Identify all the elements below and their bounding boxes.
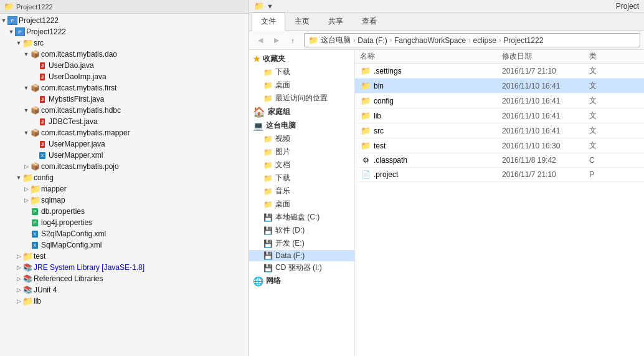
- tab-主页[interactable]: 主页: [285, 12, 319, 31]
- tree-item-root[interactable]: ▼PProject1222: [0, 15, 249, 26]
- nav-favorites-header[interactable]: ★收藏夹: [249, 52, 354, 65]
- tree-item-mapper2[interactable]: ▷📁mapper: [0, 183, 249, 195]
- tree-label-UserMapperXml: UserMapper.xml: [49, 151, 103, 160]
- tree-label-SqlMapConfig: SqlMapConfig.xml: [41, 241, 102, 249]
- content-row-6[interactable]: ⚙ .classpath 2016/11/8 19:42 C: [355, 153, 644, 168]
- nav-label-pc-0: 视频: [275, 133, 290, 144]
- nav-computer-item-9[interactable]: 💾Data (F:): [249, 250, 354, 261]
- tab-共享[interactable]: 共享: [319, 12, 353, 31]
- row-date-5: 2016/11/10 16:30: [502, 142, 589, 150]
- tree-arrow-hdbc: ▼: [22, 107, 30, 114]
- nav-icon-fav-1: 📁: [263, 81, 273, 90]
- header-date[interactable]: 修改日期: [502, 51, 589, 62]
- address-part-3[interactable]: eclipse: [473, 36, 496, 45]
- row-type-1: 文: [589, 80, 639, 91]
- nav-computer-item-4[interactable]: 📁音乐: [249, 185, 354, 198]
- tree-arrow-db: [22, 208, 30, 215]
- nav-label-pc-6: 本地磁盘 (C:): [275, 212, 320, 223]
- address-part-1[interactable]: Data (F:): [358, 36, 387, 45]
- content-row-7[interactable]: 📄 .project 2016/11/7 21:10 P: [355, 168, 644, 182]
- address-part-4[interactable]: Project1222: [503, 36, 543, 45]
- nav-label-pc-3: 下载: [275, 173, 290, 183]
- tree-item-UserMapperXml[interactable]: XUserMapper.xml: [0, 150, 249, 161]
- tree-item-SqlMapConfig[interactable]: XSqlMapConfig.xml: [0, 239, 249, 251]
- network-icon: 🌐: [253, 276, 263, 286]
- tree-label-mapper: com.itcast.mybatis.mapper: [41, 128, 130, 137]
- tree-item-junit4[interactable]: ▷📚JUnit 4: [0, 284, 249, 296]
- tab-查看[interactable]: 查看: [353, 12, 386, 31]
- tree-item-log4j[interactable]: Plog4j.properties: [0, 217, 249, 228]
- nav-label-pc-10: CD 驱动器 (I:): [275, 262, 322, 273]
- nav-computer-item-7[interactable]: 💾软件 (D:): [249, 224, 354, 237]
- header-type: 类: [589, 51, 639, 62]
- tree-label-reflibs: Referenced Libraries: [34, 274, 103, 283]
- tab-文件[interactable]: 文件: [252, 12, 285, 31]
- nav-computer-item-10[interactable]: 💾CD 驱动器 (I:): [249, 261, 354, 274]
- tree-item-config[interactable]: ▼📁config: [0, 172, 249, 183]
- tree-item-db[interactable]: Pdb.properties: [0, 206, 249, 217]
- content-row-0[interactable]: 📁 .settings 2016/11/7 21:10 文: [355, 64, 644, 79]
- tree-item-pojo[interactable]: ▷📦com.itcast.mybatis.pojo: [0, 161, 249, 172]
- tree-item-sqlmap[interactable]: ▷📁sqlmap: [0, 195, 249, 206]
- forward-button[interactable]: ▶: [269, 34, 284, 47]
- tree-item-test[interactable]: ▷📁test: [0, 251, 249, 262]
- nav-icon-fav-0: 📁: [263, 68, 273, 77]
- nav-computer-item-8[interactable]: 💾开发 (E:): [249, 237, 354, 250]
- nav-computer-item-6[interactable]: 💾本地磁盘 (C:): [249, 211, 354, 224]
- tree-item-MybstisFirst[interactable]: JMybstisFirst.java: [0, 94, 249, 105]
- nav-computer-item-0[interactable]: 📁视频: [249, 132, 354, 145]
- tree-item-UserMapper[interactable]: JUserMapper.java: [0, 138, 249, 150]
- tree-arrow-test: ▷: [15, 253, 22, 260]
- nav-favorite-0[interactable]: 📁下载: [249, 65, 354, 79]
- tree-icon-UserDaoImp: J: [37, 72, 47, 82]
- tree-arrow-sqlmap: ▷: [22, 196, 30, 204]
- tree-item-S2qlMap[interactable]: XS2qlMapConfig.xml: [0, 228, 249, 239]
- nav-label-fav-2: 最近访问的位置: [275, 93, 328, 103]
- content-row-1[interactable]: 📁 bin 2016/11/10 16:41 文: [355, 79, 644, 94]
- address-part-2[interactable]: FangchaoWorkSpace: [394, 36, 466, 45]
- nav-label-fav-0: 下载: [275, 67, 290, 77]
- tree-item-UserDaoImp[interactable]: JUserDaoImp.java: [0, 71, 249, 82]
- tree-icon-MybstisFirst: J: [37, 94, 47, 104]
- content-row-2[interactable]: 📁 config 2016/11/10 16:41 文: [355, 94, 644, 108]
- nav-icon-fav-2: 📁: [263, 94, 273, 103]
- tree-label-src: src: [34, 39, 44, 47]
- nav-homegroup-header[interactable]: 🏠家庭组: [249, 105, 354, 119]
- tree-label-MybstisFirst: MybstisFirst.java: [49, 95, 104, 103]
- nav-network-header[interactable]: 🌐网络: [249, 274, 354, 287]
- up-button[interactable]: ↑: [285, 34, 300, 47]
- row-date-0: 2016/11/7 21:10: [502, 67, 589, 75]
- tree-item-dao[interactable]: ▼📦com.itcast.mybatis.dao: [0, 49, 249, 60]
- address-bar[interactable]: 📁这台电脑›Data (F:)›FangchaoWorkSpace›eclips…: [304, 33, 640, 47]
- tree-label-hdbc: com.itcast.mybatis.hdbc: [41, 106, 121, 115]
- content-row-5[interactable]: 📁 test 2016/11/10 16:30 文: [355, 138, 644, 153]
- tree-item-project1222[interactable]: ▼PProject1222: [0, 26, 249, 37]
- tree-item-hdbc[interactable]: ▼📦com.itcast.mybatis.hdbc: [0, 105, 249, 116]
- row-icon-1: 📁: [360, 81, 371, 91]
- address-part-0[interactable]: 这台电脑: [321, 35, 351, 46]
- tree-item-jre[interactable]: ▷📚JRE System Library [JavaSE-1.8]: [0, 262, 249, 273]
- tree-item-JDBCTest[interactable]: JJDBCTest.java: [0, 116, 249, 127]
- tree-label-junit4: JUnit 4: [34, 286, 57, 294]
- nav-computer-item-3[interactable]: 📁下载: [249, 171, 354, 185]
- nav-computer-item-1[interactable]: 📁图片: [249, 145, 354, 158]
- nav-label-pc-7: 软件 (D:): [275, 225, 305, 236]
- content-row-3[interactable]: 📁 lib 2016/11/10 16:41 文: [355, 108, 644, 123]
- tree-item-UserDao[interactable]: JUserDao.java: [0, 60, 249, 71]
- content-row-4[interactable]: 📁 src 2016/11/10 16:41 文: [355, 123, 644, 138]
- tree-icon-db: P: [30, 206, 40, 216]
- back-button[interactable]: ◀: [253, 34, 268, 47]
- header-name[interactable]: 名称: [360, 51, 502, 62]
- tree-item-mapper[interactable]: ▼📦com.itcast.mybatis.mapper: [0, 127, 249, 138]
- tree-item-lib[interactable]: ▷📁lib: [0, 296, 249, 307]
- nav-computer-item-2[interactable]: 📁文档: [249, 158, 354, 171]
- nav-favorite-1[interactable]: 📁桌面: [249, 79, 354, 92]
- tree-item-first[interactable]: ▼📦com.itcast.mybatis.first: [0, 82, 249, 94]
- nav-computer-header[interactable]: 💻这台电脑: [249, 119, 354, 132]
- tree-label-lib: lib: [34, 297, 41, 305]
- tree-item-src[interactable]: ▼📁src: [0, 37, 249, 49]
- nav-favorite-2[interactable]: 📁最近访问的位置: [249, 92, 354, 105]
- nav-computer-item-5[interactable]: 📁桌面: [249, 198, 354, 211]
- tree-item-reflibs[interactable]: ▷📚Referenced Libraries: [0, 273, 249, 284]
- tree-icon-lib: 📁: [22, 296, 32, 306]
